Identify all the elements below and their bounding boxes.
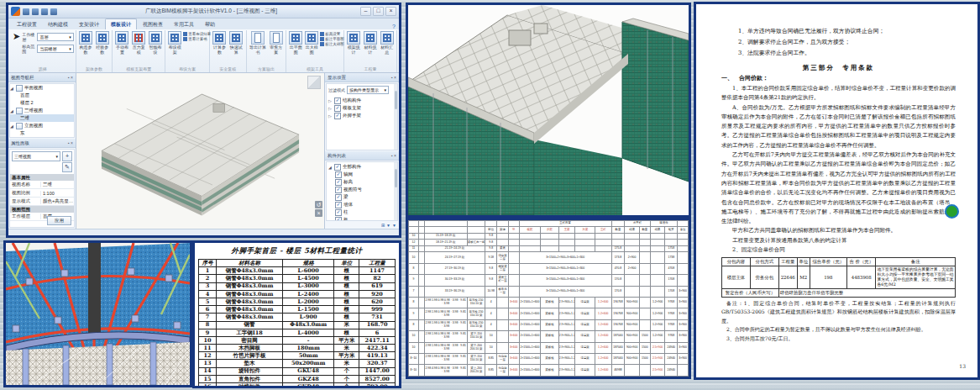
type-selector[interactable]: 三维视图▾: [12, 151, 60, 161]
quick-access-toolbar[interactable]: [23, 8, 57, 15]
bim-3d-model: [76, 73, 324, 229]
tab-6[interactable]: 帮助: [200, 19, 220, 29]
undo-icon[interactable]: [32, 8, 39, 15]
component-item[interactable]: ✓梁: [328, 193, 396, 201]
tree-leaf-东[interactable]: 东: [10, 129, 74, 137]
print-icon[interactable]: [50, 8, 57, 15]
display-filter-item[interactable]: ▷✓结构构件: [328, 97, 396, 104]
footer-icon[interactable]: ▼: [392, 223, 396, 228]
model-canvas[interactable]: ↺×: [76, 73, 324, 229]
apply-button[interactable]: 应用: [47, 216, 71, 225]
scrollbar[interactable]: [394, 84, 397, 150]
tab-3[interactable]: 模板设计: [105, 18, 137, 29]
ribbon-button-1-0[interactable]: 构造参数: [78, 30, 94, 55]
ribbon: ➤工作楼层首层▾标高范围当前楼层▾选择构造参数经验参数架体参数手动布置压力复核智…: [8, 29, 399, 73]
component-list-footer-icons[interactable]: ⊞▼▼: [325, 222, 399, 229]
footer-icon[interactable]: ⊞: [381, 223, 385, 228]
tree-node[interactable]: ◢三维视图: [10, 107, 74, 114]
select-tool-button[interactable]: ➤: [12, 30, 21, 42]
document-body: 1、单方违约导致合同确已无法履行，双方协议终止合同；2、调解要求停止合同工作，且…: [721, 26, 956, 255]
ribbon-button-5-1[interactable]: 审查方案: [268, 30, 284, 55]
ribbon-button-2-0[interactable]: 手动布置: [114, 30, 130, 55]
filter-mode-select[interactable]: 按构件类型显示▾: [347, 86, 389, 94]
tree-node[interactable]: ◢立面视图: [10, 122, 74, 129]
component-item[interactable]: ✓板: [328, 216, 396, 220]
window-control-–[interactable]: –: [360, 7, 371, 16]
canvas-mini-buttons[interactable]: ↺×: [315, 201, 322, 217]
component-item[interactable]: ✓视图符号: [328, 186, 396, 193]
ribbon-button-4-0[interactable]: 计算参数: [212, 30, 228, 55]
title-bar[interactable]: 广联达BIM模板脚手架设计软件V1.0 - [三维视图 - 三维] –□×: [8, 5, 399, 18]
save-icon[interactable]: [23, 8, 29, 15]
component-item[interactable]: ✓轴网: [328, 171, 396, 178]
edit-type-button[interactable]: ✎: [62, 162, 72, 172]
doc-paragraph: 1、单方违约导致合同确已无法履行，双方协议终止合同；: [721, 26, 956, 37]
selector-dropdown-0[interactable]: 首层▾: [37, 33, 73, 41]
tree-leaf-楼层 2[interactable]: 楼层 2: [10, 99, 74, 107]
material-row: 16对接扣件GKD48个792.00: [199, 383, 396, 389]
tab-4[interactable]: 视图检查: [138, 19, 168, 29]
tab-0[interactable]: 工程设置: [12, 19, 42, 29]
component-item[interactable]: ✓标高: [328, 178, 396, 186]
ribbon-button-5-0[interactable]: 导出计算书: [249, 30, 268, 55]
ribbon-button-7-2[interactable]: 材料汇总: [379, 30, 395, 55]
calc-row: 1024.19~27.19 段9.18满堂架二层3×1500+2×900+3×6…: [409, 252, 689, 263]
ribbon-group-7: 模架统计材料统计材料汇总工程量: [344, 30, 397, 72]
tree-leaf-三维[interactable]: 三维: [10, 114, 74, 122]
ribbon-button-7-1[interactable]: 材料统计: [363, 30, 379, 55]
app-icon: [11, 7, 20, 16]
pin-icon[interactable]: ▪ ×: [68, 140, 73, 145]
tree-leaf-首层[interactable]: 首层: [10, 92, 74, 99]
add-type-button[interactable]: +: [62, 151, 72, 161]
tab-2[interactable]: 支架设计: [74, 19, 104, 29]
doc-paragraph: 2、固定综合单价合同: [721, 245, 956, 255]
doc-paragraph: 第三部分 专用条款: [721, 64, 956, 72]
calc-row: 1015.19~18.19 段9.8: [409, 233, 689, 239]
display-filter-item[interactable]: ▷✓模板支架: [328, 104, 396, 112]
window-control-×[interactable]: ×: [385, 7, 396, 16]
ribbon-button-2-2[interactable]: 智能布设: [148, 30, 164, 55]
pin-icon[interactable]: ▪ ×: [391, 75, 396, 80]
selector-dropdown-1[interactable]: 当前楼层▾: [37, 45, 73, 53]
component-root[interactable]: ◢✓全部构件: [328, 163, 396, 171]
selector-label: 标高范围: [22, 44, 35, 54]
ribbon-button-6-0[interactable]: 出平面图: [288, 30, 303, 55]
ribbon-stack-item[interactable]: 标注平面图: [320, 37, 344, 41]
ribbon-stack-item[interactable]: 查看计算书: [183, 37, 211, 41]
ribbon-stack-item[interactable]: 标注大样图: [320, 42, 344, 46]
material-row: 14旋转扣件GKU48个1447.00: [199, 367, 396, 375]
tab-1[interactable]: 结构建模: [43, 19, 73, 29]
canvas-mini-button[interactable]: ×: [315, 209, 322, 217]
material-row: 2钢管Φ48x3.0mmL-4500根82: [199, 275, 396, 282]
tree-leaf-南[interactable]: 南: [10, 137, 74, 138]
pin-icon[interactable]: ▪ ×: [391, 153, 396, 158]
ribbon-button-7-0[interactable]: 模架统计: [346, 30, 362, 55]
canvas-mini-button[interactable]: ↺: [315, 201, 322, 208]
pin-icon[interactable]: ▪ ×: [68, 75, 73, 80]
help-icon[interactable]: ?: [392, 24, 396, 29]
window-controls[interactable]: –□×: [360, 7, 396, 16]
component-item[interactable]: ✓柱: [328, 208, 396, 216]
window-control-□[interactable]: □: [373, 7, 384, 16]
ribbon-button-1-1[interactable]: 经验参数: [94, 30, 110, 55]
material-row: 13垫木50x200mm米320.37: [199, 360, 396, 367]
ribbon-stack-item[interactable]: 标高设置: [320, 32, 344, 36]
view-cube[interactable]: [307, 76, 321, 89]
tree-node[interactable]: ◢平面视图: [10, 84, 74, 92]
ribbon-button-6-1[interactable]: 出大样图: [304, 30, 319, 55]
redo-icon[interactable]: [41, 8, 48, 15]
tab-5[interactable]: 常用工具: [169, 19, 199, 29]
ribbon-tabs: 工程设置结构建模支架设计模板设计视图检查常用工具帮助?: [8, 18, 399, 29]
ribbon-button-3-0[interactable]: 布设模架: [167, 30, 182, 55]
window-title: 广联达BIM模板脚手架设计软件V1.0 - [三维视图 - 三维]: [62, 8, 360, 15]
properties-title: 属性面板: [11, 140, 29, 146]
scrollbar[interactable]: [394, 162, 397, 220]
contract-document-page: 1、单方违约导致合同确已无法履行，双方协议终止合同；2、调解要求停止合同工作，且…: [694, 2, 980, 380]
display-filter-item[interactable]: ▷✓外脚手架: [328, 112, 396, 119]
calc-row: 930.19~33.19 段9.8梁底立杆一层3×1500+2×900+3×60…: [409, 275, 689, 286]
ribbon-stack-item[interactable]: 查看布设结果: [183, 32, 211, 36]
component-item[interactable]: ✓墙体: [328, 201, 396, 208]
footer-icon[interactable]: ▼: [386, 223, 390, 228]
ribbon-button-2-1[interactable]: 压力复核: [131, 30, 147, 55]
ribbon-button-4-1[interactable]: 快速试算: [228, 30, 244, 55]
